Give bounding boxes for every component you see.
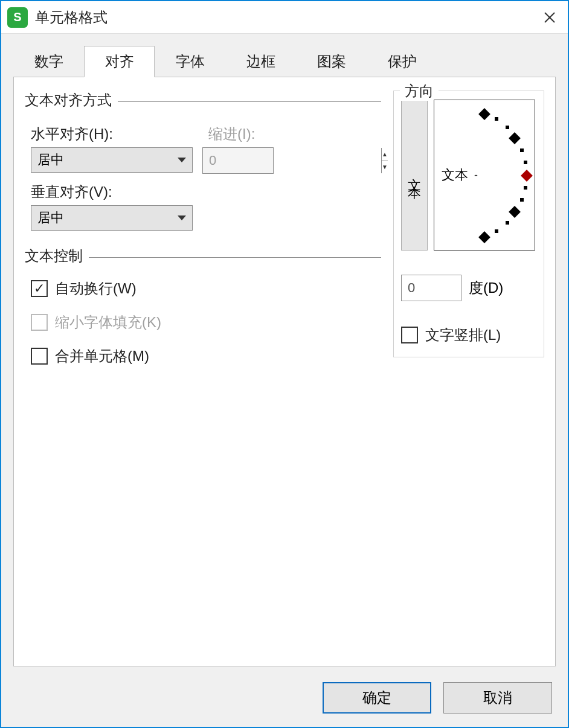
dial-dot <box>520 198 524 202</box>
window-title: 单元格格式 <box>35 8 538 27</box>
left-column: 文本对齐方式 水平对齐(H): 居中 缩进(I): <box>25 91 381 653</box>
shrink-to-fit-checkbox: 缩小字体填充(K) <box>31 313 381 332</box>
titlebar: S 单元格格式 <box>1 1 568 34</box>
chevron-down-icon <box>178 216 186 220</box>
vertical-text-checkbox[interactable]: 文字竖排(L) <box>401 325 536 345</box>
dial-dot <box>506 126 509 129</box>
orientation-dial[interactable]: 文本 - <box>434 100 535 251</box>
check-icon: ✓ <box>34 282 45 295</box>
degree-label: 度(D) <box>469 278 503 298</box>
divider-line <box>118 101 381 102</box>
dial-marker <box>478 231 490 243</box>
ok-button[interactable]: 确定 <box>323 682 431 714</box>
indent-spin-down: ▼ <box>382 161 388 174</box>
orientation-title: 方向 <box>400 81 439 101</box>
horizontal-align-label: 水平对齐(H): <box>31 124 194 144</box>
cancel-button[interactable]: 取消 <box>443 682 552 714</box>
vertical-align-value: 居中 <box>37 209 64 227</box>
vertical-align-dropdown[interactable]: 居中 <box>31 205 193 231</box>
dial-dot <box>506 221 509 225</box>
client-area: 数字 对齐 字体 边框 图案 保护 文本对齐方式 水平对齐(H): 居中 <box>1 34 568 679</box>
horizontal-align-dropdown[interactable]: 居中 <box>31 147 193 173</box>
dialog-window: S 单元格格式 数字 对齐 字体 边框 图案 保护 文本对齐方式 水平对齐(H) <box>0 0 569 728</box>
indent-label: 缩进(I): <box>208 124 274 144</box>
dial-dot <box>524 161 527 164</box>
vertical-align-label: 垂直对齐(V): <box>31 182 381 202</box>
alignment-panel: 文本对齐方式 水平对齐(H): 居中 缩进(I): <box>13 77 556 666</box>
close-icon <box>544 11 556 24</box>
dial-marker <box>478 108 490 120</box>
divider-line <box>89 257 381 258</box>
dial-marker <box>509 132 521 144</box>
tab-alignment[interactable]: 对齐 <box>84 46 155 77</box>
checkbox-box <box>31 314 48 331</box>
degree-spinner[interactable]: ▲ ▼ <box>401 275 461 301</box>
close-button[interactable] <box>538 5 562 30</box>
shrink-to-fit-label: 缩小字体填充(K) <box>55 313 161 332</box>
indent-input <box>203 148 381 173</box>
orientation-fieldset: 方向 文本 文本 - <box>393 91 544 357</box>
dial-dot <box>524 186 527 190</box>
dial-marker <box>509 206 521 218</box>
tab-border[interactable]: 边框 <box>225 46 296 77</box>
app-icon: S <box>7 7 28 28</box>
tabstrip: 数字 对齐 字体 边框 图案 保护 <box>13 46 556 77</box>
wrap-text-checkbox[interactable]: ✓ 自动换行(W) <box>31 279 381 298</box>
merge-cells-checkbox[interactable]: 合并单元格(M) <box>31 346 381 366</box>
wrap-text-label: 自动换行(W) <box>55 279 137 298</box>
tab-pattern[interactable]: 图案 <box>296 46 367 77</box>
right-column: 方向 文本 文本 - <box>393 91 544 653</box>
indent-spin-up: ▲ <box>382 148 388 161</box>
merge-cells-label: 合并单元格(M) <box>55 346 149 366</box>
indent-spinner: ▲ ▼ <box>202 147 274 174</box>
chevron-down-icon <box>178 158 186 162</box>
checkbox-box <box>31 348 48 365</box>
text-control-group: 文本控制 <box>25 246 381 266</box>
horizontal-align-value: 居中 <box>37 151 64 169</box>
text-alignment-group: 文本对齐方式 <box>25 91 381 110</box>
dial-dot <box>495 229 498 233</box>
text-control-title: 文本控制 <box>25 246 83 266</box>
button-bar: 确定 取消 <box>1 679 568 727</box>
tab-font[interactable]: 字体 <box>155 46 225 77</box>
dial-text-label: 文本 <box>442 166 468 184</box>
dial-dash: - <box>474 169 478 182</box>
tab-number[interactable]: 数字 <box>13 46 84 77</box>
vertical-text-button[interactable]: 文本 <box>401 100 428 251</box>
tab-protection[interactable]: 保护 <box>367 46 437 77</box>
dial-dot <box>520 148 524 152</box>
dial-dot <box>495 117 498 121</box>
checkbox-box: ✓ <box>31 280 48 297</box>
checkbox-box <box>401 327 418 343</box>
dial-current-marker <box>521 170 533 182</box>
text-alignment-title: 文本对齐方式 <box>25 91 112 110</box>
vertical-text-label: 文字竖排(L) <box>425 325 501 345</box>
